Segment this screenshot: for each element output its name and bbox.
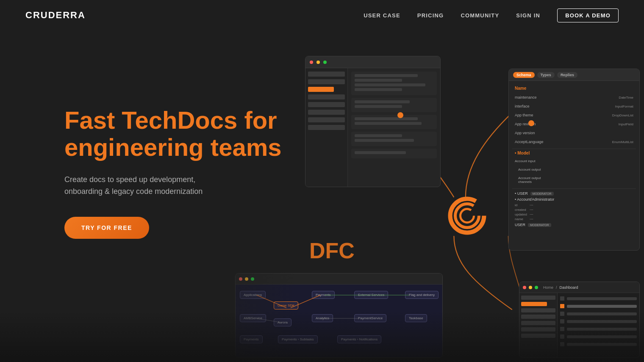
sc-line [355, 100, 410, 103]
flow-node-7: Aurora [274, 318, 291, 326]
dfc-label: DFC [309, 238, 355, 263]
br-file-icon [560, 312, 564, 316]
window-dot-red [310, 61, 313, 64]
breadcrumb-home: Home [543, 285, 553, 290]
window-dot-red [523, 286, 526, 289]
br-file-row-5 [560, 326, 637, 332]
sc-sidebar [305, 68, 348, 187]
sc-line [355, 74, 418, 77]
hero-section: Fast TechDocs for engineering teams Crea… [0, 30, 644, 362]
br-file-name [567, 305, 637, 308]
br-file-row-4 [560, 318, 637, 324]
nav-link-sign-in[interactable]: SIGN IN [516, 12, 540, 19]
br-sidebar-2-active [521, 302, 547, 306]
try-for-free-button[interactable]: TRY FOR FREE [64, 217, 149, 239]
sc-header-bottom [236, 274, 442, 285]
flow-node-13: Payments › Notifications [337, 335, 381, 343]
breadcrumb-sep: / [556, 285, 557, 290]
flow-body: Applications Game SDK Payments External … [236, 285, 442, 357]
schema-model-row-2: Account output [512, 166, 636, 173]
nav-item-sign-in[interactable]: SIGN IN [516, 11, 540, 19]
sc-block-5 [351, 149, 437, 158]
sidebar-item-3-selected [308, 87, 334, 92]
br-sidebar-5 [521, 321, 555, 325]
nav-link-book-demo[interactable]: BOOK A DEMO [557, 8, 619, 22]
br-file-icon [560, 327, 564, 331]
sc-line [355, 88, 402, 91]
navbar: CRUDERRA USER CASE PRICING COMMUNITY SIG… [0, 0, 644, 30]
sc-header-top-center [305, 56, 440, 68]
sc-line [355, 134, 402, 137]
schema-row-5: App version [512, 129, 636, 137]
schema-row-1: maintenance DateTime [512, 94, 636, 101]
nav-link-user-case[interactable]: USER CASE [364, 12, 400, 19]
sc-block-4 [351, 132, 437, 146]
flow-node-10: Taskbase [405, 314, 427, 322]
schema-model-row-1: Account input [512, 158, 636, 165]
sidebar-item-1 [308, 72, 345, 77]
nav-item-book-demo[interactable]: BOOK A DEMO [557, 11, 619, 19]
orange-dot-2 [528, 120, 534, 126]
sc-line [355, 139, 414, 142]
schema-body: Name maintenance DateTime interface Inpu… [509, 81, 639, 231]
nav-item-community[interactable]: COMMUNITY [461, 11, 499, 19]
br-file-icon [560, 296, 564, 301]
svg-point-7 [455, 204, 479, 228]
sc-line [355, 83, 425, 86]
schema-row-2: interface InputFormat [512, 102, 636, 110]
br-sidebar-6 [521, 327, 555, 332]
flow-node-4: External Services [354, 291, 388, 299]
logo[interactable]: CRUDERRA [25, 10, 86, 21]
flow-node-6: AMBService [240, 314, 266, 322]
sc-line [355, 79, 402, 82]
br-sidebar-7 [521, 334, 555, 338]
nav-item-pricing[interactable]: PRICING [417, 11, 444, 19]
schema-user-section: • USER MODERATOR • Account/Administrator… [512, 188, 636, 228]
nav-links: USER CASE PRICING COMMUNITY SIGN IN BOOK… [364, 11, 619, 19]
br-file-name [567, 328, 637, 331]
br-sidebar [519, 293, 558, 357]
br-file-icon [560, 334, 564, 339]
breadcrumb-dashboard: Dashboard [560, 285, 578, 290]
window-dot-green [251, 277, 254, 281]
flow-node-9: PaymentService [354, 314, 386, 322]
orange-dot-1 [397, 112, 403, 118]
sc-main-content [348, 68, 440, 187]
screenshot-api-docs [305, 56, 441, 187]
flow-node-11: Payments [240, 335, 263, 343]
br-file-row-6 [560, 334, 637, 340]
schema-model-header: • Model [512, 149, 636, 156]
sidebar-item-7 [308, 117, 345, 122]
nav-link-community[interactable]: COMMUNITY [461, 12, 499, 19]
schema-section-header: Name [512, 84, 636, 92]
br-file-name [567, 343, 637, 346]
schema-model-row-3: Account output channels [512, 174, 636, 185]
window-dot-yellow [529, 286, 532, 289]
br-file-row-1 [560, 296, 637, 301]
br-file-row-2 [560, 303, 637, 309]
flow-node-1: Applications [240, 291, 266, 299]
br-sidebar-4 [521, 315, 555, 319]
sidebar-item-4 [308, 94, 345, 99]
sc-line [355, 122, 422, 125]
screenshot-flow: Applications Game SDK Payments External … [235, 273, 443, 358]
window-dot-red [239, 277, 242, 281]
tab-active: Schema [513, 72, 535, 78]
svg-point-8 [461, 209, 474, 223]
window-dot-yellow [316, 61, 320, 64]
nav-link-pricing[interactable]: PRICING [417, 12, 444, 19]
hero-content: Fast TechDocs for engineering teams Crea… [64, 107, 281, 239]
nav-item-user-case[interactable]: USER CASE [364, 11, 400, 19]
sidebar-item-5 [308, 102, 345, 107]
window-dot-green [323, 61, 327, 64]
screenshot-schema: Schema Types Replies Name maintenance Da… [508, 69, 640, 251]
br-file-name [567, 320, 637, 323]
flow-node-8: Analytics [312, 314, 333, 322]
tab-replies: Replies [557, 72, 577, 78]
br-file-row-7 [560, 341, 637, 347]
tab-types: Types [537, 72, 555, 78]
br-main [558, 293, 639, 357]
br-file-name [567, 335, 637, 338]
br-file-icon-active [560, 304, 564, 308]
br-file-icon [560, 319, 564, 323]
